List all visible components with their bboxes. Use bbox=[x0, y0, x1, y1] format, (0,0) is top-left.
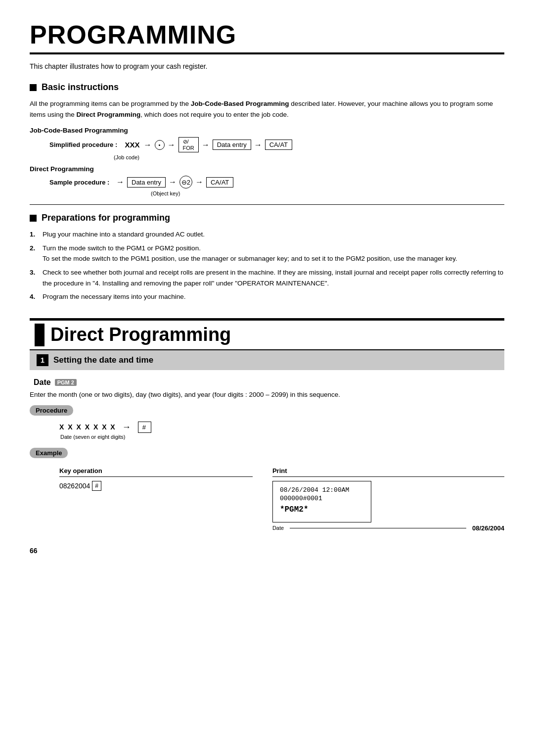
page-number: 66 bbox=[30, 547, 504, 555]
job-code-label: (Job code) bbox=[114, 154, 504, 160]
for-col: ⊘/FOR bbox=[178, 137, 199, 152]
key-op-value: 08262004 # bbox=[59, 481, 253, 491]
print-box: 08/26/2004 12:00AM 000000#0001 *PGM2* bbox=[272, 481, 371, 522]
sample-procedure-area: Sample procedure : → Data entry → ⊖2 → C… bbox=[49, 176, 504, 196]
object-key-label: (Object key) bbox=[151, 190, 504, 196]
body-bold-1: Job-Code-Based Programming bbox=[191, 100, 289, 107]
procedure-badge: Procedure bbox=[30, 405, 73, 416]
caat-key: CA/AT bbox=[265, 140, 292, 150]
key-op-header: Key operation bbox=[59, 467, 253, 477]
example-badge: Example bbox=[30, 448, 68, 458]
print-pgm2: *PGM2* bbox=[280, 505, 364, 514]
theta2-key: ⊖2 bbox=[179, 176, 192, 189]
arrow-s2: → bbox=[169, 178, 177, 187]
print-line-1: 08/26/2004 12:00AM bbox=[280, 486, 364, 494]
date-row: Date 08/26/2004 bbox=[272, 524, 504, 532]
separator-1 bbox=[30, 204, 504, 205]
body-text-1: All the programming items can be program… bbox=[30, 100, 191, 107]
prep-sub-2: To set the mode switch to the PGM1 posit… bbox=[43, 255, 457, 262]
hash-key-proc: # bbox=[138, 422, 151, 433]
arrow-s3: → bbox=[195, 178, 203, 187]
print-line-2: 000000#0001 bbox=[280, 495, 364, 502]
hash-key-example: # bbox=[92, 481, 101, 491]
arrow-3: → bbox=[202, 141, 210, 149]
date-description: Enter the month (one or two digits), day… bbox=[30, 391, 504, 398]
arrow-s1: → bbox=[116, 178, 124, 187]
arrow-2: → bbox=[168, 141, 176, 149]
basic-instructions-body: All the programming items can be program… bbox=[30, 98, 504, 120]
band-number: 1 bbox=[37, 354, 48, 366]
simplified-label: Simplified procedure : bbox=[49, 141, 117, 148]
prep-num-3: 3. bbox=[30, 267, 35, 278]
basic-instructions-heading: Basic instructions bbox=[30, 82, 504, 93]
prep-num-1: 1. bbox=[30, 229, 35, 240]
prep-text-2: Turn the mode switch to the PGM1 or PGM2… bbox=[43, 244, 201, 252]
sample-label: Sample procedure : bbox=[49, 179, 109, 186]
prep-item-4: 4. Program the necessary items into your… bbox=[30, 291, 504, 302]
prep-text-3: Check to see whether both journal and re… bbox=[43, 269, 503, 287]
date-section-heading: Date PGM 2 bbox=[30, 378, 504, 387]
data-entry-key: Data entry bbox=[213, 140, 251, 150]
key-operation-column: Key operation 08262004 # bbox=[59, 467, 253, 532]
xxx-label: XXX bbox=[125, 141, 139, 149]
band-label: Setting the date and time bbox=[53, 355, 153, 365]
prep-item-1: 1. Plug your machine into a standard gro… bbox=[30, 229, 504, 240]
date-digits-label: Date (seven or eight digits) bbox=[60, 434, 504, 440]
preparations-heading: Preparations for programming bbox=[30, 213, 504, 223]
direct-programming-main-heading: Direct Programming bbox=[30, 318, 504, 350]
data-entry-key-2: Data entry bbox=[127, 177, 166, 188]
prep-num-2: 2. bbox=[30, 243, 35, 254]
prep-num-4: 4. bbox=[30, 291, 35, 302]
date-row-label: Date bbox=[272, 525, 284, 531]
body-bold-2: Direct Programming bbox=[77, 111, 141, 118]
proc-arrow: → bbox=[122, 422, 132, 432]
proc-x-label: X X X X X X X bbox=[59, 423, 116, 431]
direct-prog-subheading: Direct Programming bbox=[30, 165, 504, 173]
main-title: PROGRAMMING bbox=[30, 20, 504, 54]
dot-col: • bbox=[155, 140, 165, 150]
dot-circle-icon: • bbox=[155, 140, 165, 150]
prep-text-4: Program the necessary items into your ma… bbox=[43, 293, 186, 300]
pgm-badge: PGM 2 bbox=[55, 379, 77, 386]
for-key: ⊘/FOR bbox=[178, 137, 199, 152]
caat-key-2: CA/AT bbox=[206, 177, 233, 188]
arrow-1: → bbox=[144, 141, 152, 149]
print-header: Print bbox=[272, 467, 504, 477]
direct-programming-title: Direct Programming bbox=[50, 324, 231, 345]
black-square-icon bbox=[30, 84, 37, 91]
procedure-diagram: X X X X X X X → # Date (seven or eight d… bbox=[59, 422, 504, 440]
simplified-procedure-area: Simplified procedure : XXX → • → ⊘/FOR →… bbox=[49, 137, 504, 160]
arrow-4: → bbox=[254, 141, 262, 149]
proc-row: X X X X X X X → # bbox=[59, 422, 504, 433]
heading-block-icon bbox=[35, 324, 44, 346]
prep-item-2: 2. Turn the mode switch to the PGM1 or P… bbox=[30, 243, 504, 264]
date-row-value: 08/26/2004 bbox=[472, 524, 504, 532]
preparations-list: 1. Plug your machine into a standard gro… bbox=[30, 229, 504, 302]
job-code-heading: Job-Code-Based Programming bbox=[30, 127, 504, 134]
subtitle: This chapter illustrates how to program … bbox=[30, 62, 504, 70]
example-area: Key operation 08262004 # Print 08/26/200… bbox=[59, 467, 504, 532]
black-square-icon-2 bbox=[30, 215, 37, 222]
setting-band: 1 Setting the date and time bbox=[30, 350, 504, 370]
prep-text-1: Plug your machine into a standard ground… bbox=[43, 231, 205, 238]
print-column: Print 08/26/2004 12:00AM 000000#0001 *PG… bbox=[272, 467, 504, 532]
key-value-text: 08262004 bbox=[59, 482, 90, 490]
prep-item-3: 3. Check to see whether both journal and… bbox=[30, 267, 504, 288]
body-text-2-rest: , which does not require you to enter th… bbox=[140, 111, 288, 118]
date-heading-text: Date bbox=[34, 378, 51, 387]
